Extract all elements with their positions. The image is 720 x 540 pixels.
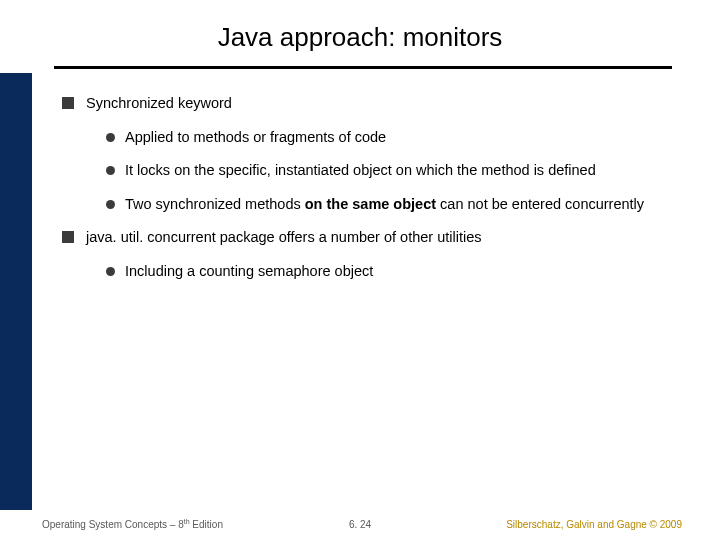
- slide-body: Synchronized keyword Applied to methods …: [62, 94, 680, 295]
- footer-left: Operating System Concepts – 8th Edition: [42, 518, 223, 530]
- list-item: java. util. concurrent package offers a …: [62, 228, 680, 248]
- footer-page-number: 6. 24: [349, 519, 371, 530]
- bold-text: on the same object: [305, 196, 436, 212]
- square-bullet-icon: [62, 231, 74, 243]
- footer-copyright: Silberschatz, Galvin and Gagne © 2009: [506, 519, 682, 530]
- square-bullet-icon: [62, 97, 74, 109]
- bullet-text: Synchronized keyword: [86, 94, 232, 114]
- left-sidebar: [0, 73, 32, 510]
- list-item: It locks on the specific, instantiated o…: [106, 161, 680, 181]
- footer-text: Edition: [190, 519, 223, 530]
- title-rule: [54, 66, 672, 69]
- footer-text: Operating System Concepts – 8: [42, 519, 184, 530]
- slide-title: Java approach: monitors: [0, 22, 720, 53]
- list-item: Including a counting semaphore object: [106, 262, 680, 282]
- bullet-text: Including a counting semaphore object: [125, 262, 680, 282]
- text-segment: can not be entered concurrently: [436, 196, 644, 212]
- circle-bullet-icon: [106, 267, 115, 276]
- circle-bullet-icon: [106, 133, 115, 142]
- text-segment: Two synchronized methods: [125, 196, 305, 212]
- bullet-text: java. util. concurrent package offers a …: [86, 228, 481, 248]
- list-item: Two synchronized methods on the same obj…: [106, 195, 680, 215]
- bullet-text: Two synchronized methods on the same obj…: [125, 195, 680, 215]
- circle-bullet-icon: [106, 200, 115, 209]
- circle-bullet-icon: [106, 166, 115, 175]
- list-item: Synchronized keyword: [62, 94, 680, 114]
- list-item: Applied to methods or fragments of code: [106, 128, 680, 148]
- bullet-text: Applied to methods or fragments of code: [125, 128, 680, 148]
- slide-footer: Operating System Concepts – 8th Edition …: [0, 518, 720, 530]
- bullet-text: It locks on the specific, instantiated o…: [125, 161, 680, 181]
